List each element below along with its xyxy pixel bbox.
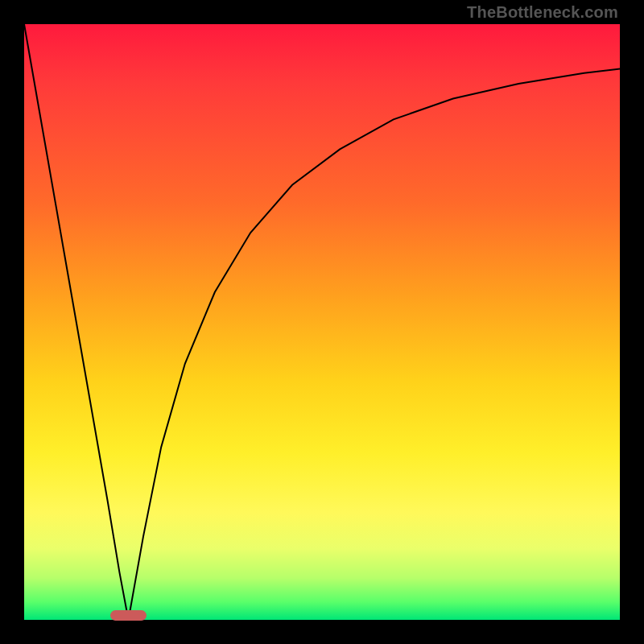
bottleneck-curves (24, 24, 620, 620)
curve-right (129, 69, 621, 621)
bottleneck-marker (110, 610, 146, 621)
curve-left-leg (24, 24, 129, 620)
watermark-text: TheBottleneck.com (467, 3, 618, 22)
chart-frame: TheBottleneck.com (0, 0, 644, 644)
